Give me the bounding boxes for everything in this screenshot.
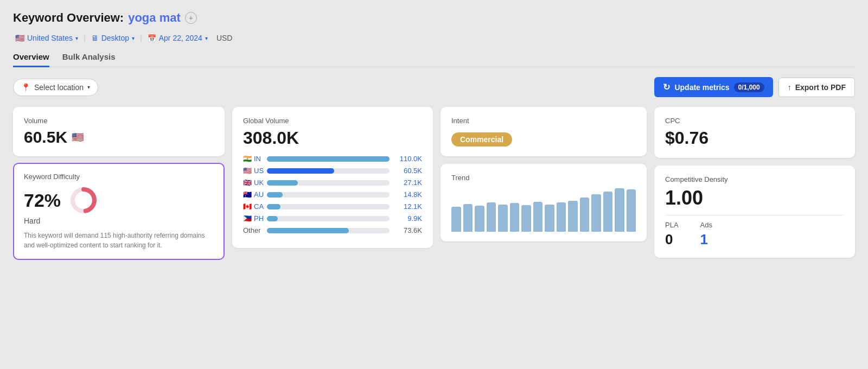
country-flag-us: 🇺🇸 bbox=[243, 167, 252, 175]
update-metrics-badge: 0/1,000 bbox=[734, 82, 764, 92]
country-code-us: US bbox=[254, 167, 264, 175]
tabs-bar: Overview Bulk Analysis bbox=[13, 52, 855, 67]
bar-value-other: 73.6K bbox=[394, 226, 422, 234]
bar-fill-uk bbox=[267, 180, 298, 186]
bar-row-us: 🇺🇸 US 60.5K bbox=[243, 167, 422, 175]
refresh-icon: ↻ bbox=[663, 82, 670, 92]
date-selector[interactable]: 📅 Apr 22, 2024 ▾ bbox=[145, 33, 210, 43]
trend-bar-5 bbox=[510, 203, 520, 232]
select-location-chevron-icon: ▾ bbox=[87, 84, 90, 90]
pla-ads-row: PLA 0 Ads 1 bbox=[665, 221, 844, 248]
sub-header: 🇺🇸 United States ▾ | 🖥 Desktop ▾ | 📅 Apr… bbox=[13, 33, 855, 43]
trend-bar-1 bbox=[463, 204, 473, 232]
trend-bar-7 bbox=[533, 202, 543, 232]
separator-2: | bbox=[140, 34, 142, 42]
country-bar-list: 🇮🇳 IN 110.0K 🇺🇸 US 60.5K 🇬🇧 UK bbox=[243, 155, 422, 234]
tab-overview[interactable]: Overview bbox=[13, 52, 49, 67]
kd-donut-chart bbox=[69, 186, 98, 214]
kd-description: This keyword will demand 115 high-author… bbox=[24, 231, 214, 250]
cards-grid: Volume 60.5K 🇺🇸 Keyword Difficulty 72% H… bbox=[13, 107, 855, 260]
bar-fill-au bbox=[267, 192, 283, 198]
ads-value: 1 bbox=[700, 231, 712, 248]
bar-track-in bbox=[267, 156, 390, 162]
country-code-in: IN bbox=[254, 155, 261, 163]
country-flag-in: 🇮🇳 bbox=[243, 155, 252, 163]
export-label: Export to PDF bbox=[795, 83, 846, 92]
location-flag: 🇺🇸 bbox=[15, 34, 24, 42]
location-chevron-icon: ▾ bbox=[75, 35, 78, 41]
bar-row-other: Other 73.6K bbox=[243, 226, 422, 234]
select-location-button[interactable]: 📍 Select location ▾ bbox=[13, 79, 98, 96]
trend-bar-12 bbox=[591, 194, 601, 232]
ads-label: Ads bbox=[700, 221, 712, 229]
monitor-icon: 🖥 bbox=[91, 34, 99, 42]
add-keyword-button[interactable]: + bbox=[185, 12, 197, 24]
bar-row-ca: 🇨🇦 CA 12.1K bbox=[243, 202, 422, 211]
bar-value-ph: 9.9K bbox=[394, 214, 422, 222]
export-to-pdf-button[interactable]: ↑ Export to PDF bbox=[778, 78, 855, 97]
trend-bar-4 bbox=[498, 205, 508, 232]
bar-track-us bbox=[267, 168, 390, 174]
other-label: Other bbox=[243, 226, 261, 234]
tab-bulk-analysis[interactable]: Bulk Analysis bbox=[62, 52, 116, 67]
page-title-static: Keyword Overview: bbox=[13, 11, 124, 25]
pla-label: PLA bbox=[665, 221, 679, 229]
country-flag-au: 🇦🇺 bbox=[243, 190, 252, 199]
location-pin-icon: 📍 bbox=[21, 83, 30, 92]
volume-label: Volume bbox=[24, 117, 214, 125]
bar-fill-in bbox=[267, 156, 390, 162]
global-volume-card: Global Volume 308.0K 🇮🇳 IN 110.0K 🇺🇸 US … bbox=[232, 107, 433, 248]
location-selector[interactable]: 🇺🇸 United States ▾ bbox=[13, 33, 80, 43]
country-flag-uk: 🇬🇧 bbox=[243, 179, 252, 187]
bar-track-ph bbox=[267, 216, 390, 221]
page-header: Keyword Overview: yoga mat + bbox=[13, 11, 855, 25]
comp-density-label: Competitive Density bbox=[665, 175, 844, 183]
trend-bar-8 bbox=[545, 205, 554, 232]
device-label: Desktop bbox=[101, 34, 129, 42]
trend-bar-13 bbox=[603, 192, 613, 232]
trend-bar-3 bbox=[487, 202, 496, 232]
bar-value-in: 110.0K bbox=[394, 155, 422, 163]
bar-fill-us bbox=[267, 168, 334, 174]
bar-track-uk bbox=[267, 180, 390, 186]
toolbar-right: ↻ Update metrics 0/1,000 ↑ Export to PDF bbox=[654, 77, 855, 97]
bar-row-in: 🇮🇳 IN 110.0K bbox=[243, 155, 422, 163]
volume-value: 60.5K bbox=[24, 128, 67, 147]
kd-value: 72% bbox=[24, 190, 61, 211]
ads-item: Ads 1 bbox=[700, 221, 712, 248]
bar-country-ca: 🇨🇦 CA bbox=[243, 202, 263, 211]
trend-label: Trend bbox=[451, 174, 636, 182]
update-metrics-button[interactable]: ↻ Update metrics 0/1,000 bbox=[654, 77, 773, 97]
trend-bar-0 bbox=[451, 207, 461, 232]
country-code-ph: PH bbox=[254, 214, 264, 222]
kd-card: Keyword Difficulty 72% Hard This keyword… bbox=[13, 163, 225, 260]
kd-difficulty-label: Hard bbox=[24, 217, 214, 225]
bar-fill-other bbox=[267, 228, 349, 233]
trend-bar-14 bbox=[615, 188, 624, 232]
currency-label: USD bbox=[216, 34, 233, 42]
global-volume-label: Global Volume bbox=[243, 117, 422, 125]
date-chevron-icon: ▾ bbox=[205, 35, 208, 41]
trend-bar-chart bbox=[451, 188, 636, 232]
trend-bar-15 bbox=[627, 189, 636, 232]
global-volume-value: 308.0K bbox=[243, 128, 422, 148]
bar-fill-ca bbox=[267, 204, 280, 209]
intent-label: Intent bbox=[451, 117, 636, 125]
bar-country-ph: 🇵🇭 PH bbox=[243, 214, 263, 222]
trend-bar-2 bbox=[475, 206, 484, 232]
comp-density-value: 1.00 bbox=[665, 187, 844, 209]
comp-density-card: Competitive Density 1.00 PLA 0 Ads 1 bbox=[654, 166, 855, 258]
volume-value-row: 60.5K 🇺🇸 bbox=[24, 128, 214, 147]
pla-item: PLA 0 bbox=[665, 221, 679, 248]
country-flag-ca: 🇨🇦 bbox=[243, 202, 252, 211]
bar-value-uk: 27.1K bbox=[394, 179, 422, 187]
page-title-keyword: yoga mat bbox=[128, 11, 181, 25]
mid-column: Intent Commercial Trend bbox=[441, 107, 647, 241]
cpc-value: $0.76 bbox=[665, 128, 844, 148]
bar-country-us: 🇺🇸 US bbox=[243, 167, 263, 175]
trend-bar-9 bbox=[557, 202, 566, 232]
bar-row-au: 🇦🇺 AU 14.8K bbox=[243, 190, 422, 199]
device-selector[interactable]: 🖥 Desktop ▾ bbox=[89, 33, 137, 43]
bar-value-us: 60.5K bbox=[394, 167, 422, 175]
kd-label: Keyword Difficulty bbox=[24, 173, 214, 181]
